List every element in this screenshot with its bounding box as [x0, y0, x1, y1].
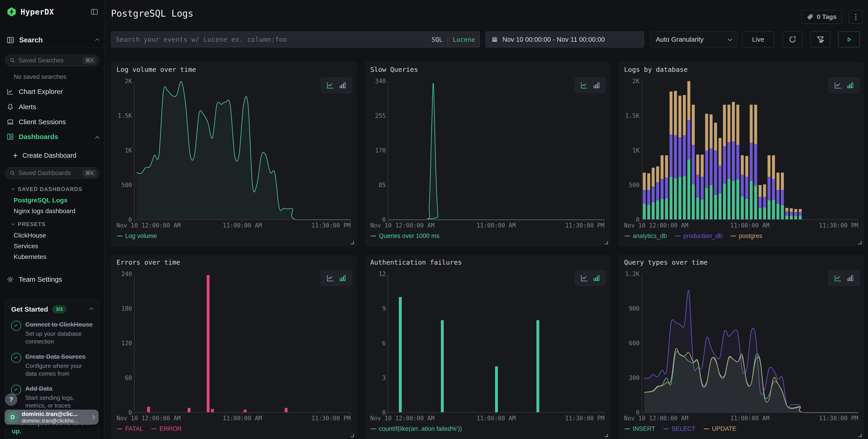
user-menu[interactable]: D dominic.tran@clic... dominic.tran@clic… [5, 410, 98, 425]
date-range-picker[interactable]: Nov 10 00:00:00 - Nov 11 00:00:00 [486, 31, 644, 48]
more-options-button[interactable] [848, 10, 863, 24]
x-axis-tick-label: 11:30:00 PM [565, 222, 604, 229]
legend-item[interactable]: INSERT [625, 425, 655, 432]
y-axis-tick-label: 1.5K [619, 113, 640, 119]
legend-dash-icon [625, 429, 630, 429]
chart-panel-query-types[interactable]: Query types over time03006009001.2KNov 1… [619, 255, 864, 439]
legend-item[interactable]: postgres [731, 232, 763, 240]
chart-panel-auth-failures[interactable]: Authentication failures036912Nov 10 12:0… [365, 255, 610, 439]
tag-icon [807, 13, 813, 20]
resize-handle-icon[interactable] [351, 434, 354, 437]
saved-dashboards-field[interactable] [19, 169, 83, 177]
get-started-item[interactable]: Add Data Start sending logs, metrics, or… [11, 385, 93, 410]
legend-item[interactable]: analytics_db [625, 232, 667, 240]
resize-handle-icon[interactable] [605, 434, 608, 437]
event-search-bar[interactable]: SQL | Lucene [111, 31, 480, 48]
legend-item[interactable]: FATAL [117, 425, 143, 432]
chart-panel-logs-by-database[interactable]: Logs by database05001K1.5K2KNov 10 12:00… [619, 62, 864, 246]
x-axis-tick-label: 11:30:00 PM [311, 222, 350, 229]
granularity-select[interactable]: Auto Granularity [650, 31, 737, 48]
create-dashboard-button[interactable]: + Create Dashboard [13, 150, 76, 161]
legend-item[interactable]: UPDATE [704, 425, 737, 432]
tags-button[interactable]: 0 Tags [801, 10, 842, 24]
nav-label: Alerts [19, 103, 36, 111]
legend-item[interactable]: ERROR [151, 425, 182, 432]
preset-link-kubernetes[interactable]: Kubernetes [14, 253, 46, 260]
saved-dashboards-input[interactable]: ⌘K [5, 167, 99, 179]
sidebar-item-chart-explorer[interactable]: Chart Explorer [6, 85, 99, 98]
preset-link-services[interactable]: Services [14, 243, 38, 250]
chart-legend: analytics_dbproduction_dbpostgres [625, 232, 763, 240]
event-search-input[interactable] [116, 36, 432, 43]
search-icon [9, 57, 15, 63]
run-query-button[interactable] [838, 31, 860, 48]
resize-handle-icon[interactable] [859, 434, 861, 437]
chart-legend: Log volume [117, 232, 157, 240]
nav-label: Chart Explorer [19, 88, 63, 95]
saved-searches-field[interactable] [19, 57, 83, 64]
chart-plot [642, 81, 858, 223]
chart-legend: FATALERROR [117, 425, 182, 432]
step-title: Add Data [25, 385, 93, 393]
y-axis-tick-label: 1K [111, 147, 132, 154]
y-axis-tick-label: 340 [365, 78, 386, 85]
y-axis-tick-label: 60 [111, 375, 132, 381]
sidebar-item-dashboards[interactable]: Dashboards [6, 130, 99, 143]
sidebar-item-alerts[interactable]: Alerts [6, 100, 99, 113]
resize-handle-icon[interactable] [605, 241, 608, 244]
filter-edit-button[interactable] [810, 31, 830, 48]
legend-dash-icon [625, 236, 630, 237]
hyperdx-logo-icon [6, 7, 17, 17]
chevron-up-icon[interactable] [96, 38, 99, 42]
section-saved-dashboards[interactable]: SAVED DASHBOARDS [12, 186, 83, 193]
section-label-text: SAVED DASHBOARDS [18, 186, 83, 192]
chevron-up-icon[interactable] [90, 307, 93, 311]
chevron-up-icon[interactable] [96, 133, 99, 140]
legend-item[interactable]: SELECT [663, 425, 695, 432]
legend-item[interactable]: Log volume [117, 232, 157, 240]
chart-panel-errors-over-time[interactable]: Errors over time060120180240Nov 10 12:00… [111, 255, 356, 439]
dashboard-link-postgresql-logs[interactable]: PostgreSQL Logs [14, 197, 67, 204]
lucene-mode-toggle[interactable]: Lucene [453, 36, 475, 43]
bell-icon [6, 103, 14, 111]
resize-handle-icon[interactable] [351, 241, 354, 244]
dashboard-link-nginx[interactable]: Nginx logs dashboard [14, 208, 75, 215]
live-button[interactable]: Live [742, 31, 774, 48]
chart-legend: INSERTSELECTUPDATE [625, 425, 737, 432]
sidebar-item-search[interactable]: Search [6, 34, 99, 46]
resize-handle-icon[interactable] [859, 241, 861, 244]
y-axis-tick-label: 500 [111, 182, 132, 188]
x-axis-tick-label: 11:00:00 AM [476, 415, 516, 422]
y-axis-tick-label: 2K [619, 78, 640, 85]
get-started-item[interactable]: Create Data Sources Configure where your… [11, 353, 93, 378]
chart-plot [642, 274, 858, 416]
logo-row: HyperDX [6, 6, 99, 18]
legend-item[interactable]: Queries over 1000 ms [371, 232, 439, 240]
sidebar-item-client-sessions[interactable]: Client Sessions [6, 116, 99, 128]
legend-label: ERROR [160, 425, 182, 432]
x-axis-tick-label: 11:30:00 PM [565, 415, 604, 422]
preset-link-clickhouse[interactable]: ClickHouse [14, 232, 46, 239]
sql-mode-toggle[interactable]: SQL [432, 36, 443, 43]
saved-searches-input[interactable]: ⌘K [5, 55, 99, 66]
legend-item[interactable]: countIf(like(arr..ation failed%')) [371, 425, 462, 432]
legend-label: SELECT [672, 425, 695, 432]
y-axis-tick-label: 300 [619, 375, 640, 381]
legend-item[interactable]: production_db [675, 232, 722, 240]
refresh-button[interactable] [782, 31, 803, 48]
x-axis-tick-label: 11:00:00 AM [223, 415, 262, 422]
legend-label: INSERT [633, 425, 655, 432]
step-description: Configure where your data comes from [25, 362, 93, 378]
chart-panel-log-volume[interactable]: Log volume over time05001K1.5K2KNov 10 1… [111, 62, 356, 246]
search-icon [9, 170, 15, 176]
collapse-sidebar-button[interactable] [90, 7, 99, 16]
get-started-header[interactable]: Get Started 3/3 [11, 305, 93, 313]
x-axis-tick-label: Nov 10 12:00:00 AM [624, 222, 688, 229]
help-button[interactable]: ? [5, 394, 17, 406]
get-started-item[interactable]: Connect to ClickHouse Set up your databa… [11, 321, 93, 346]
sidebar-item-team-settings[interactable]: Team Settings [6, 273, 99, 286]
chart-panel-slow-queries[interactable]: Slow Queries085170255340Nov 10 12:00:00 … [365, 62, 610, 246]
section-presets[interactable]: PRESETS [12, 221, 46, 228]
user-name: dominic.tran@clic... [22, 410, 88, 417]
chart-legend: countIf(like(arr..ation failed%')) [371, 425, 462, 432]
